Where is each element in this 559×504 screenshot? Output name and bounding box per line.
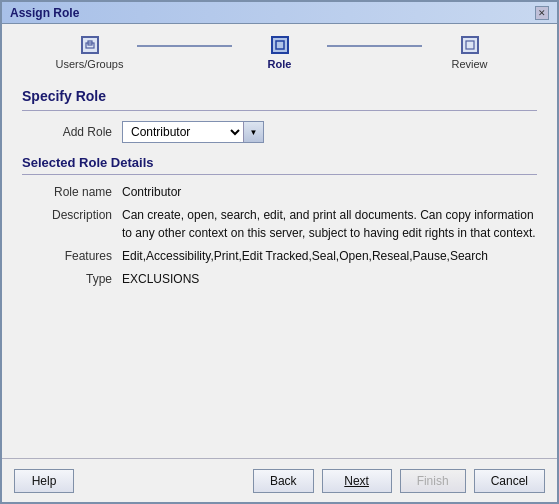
detail-value-role-name: Contributor (122, 183, 537, 201)
back-button[interactable]: Back (253, 469, 314, 493)
finish-button: Finish (400, 469, 466, 493)
role-select-wrapper[interactable]: Contributor Viewer Editor Administrator … (122, 121, 264, 143)
detail-label-description: Description (22, 206, 112, 242)
detail-label-type: Type (22, 270, 112, 288)
step-dot-review (461, 36, 479, 54)
detail-row-type: Type EXCLUSIONS (22, 270, 537, 288)
selected-role-details-section: Selected Role Details Role name Contribu… (22, 155, 537, 288)
close-button[interactable]: ✕ (535, 6, 549, 20)
detail-value-type: EXCLUSIONS (122, 270, 537, 288)
detail-label-features: Features (22, 247, 112, 265)
step-dot-users-groups (81, 36, 99, 54)
footer-right: Back Next Finish Cancel (253, 469, 545, 493)
detail-value-features: Edit,Accessibility,Print,Edit Tracked,Se… (122, 247, 537, 265)
step-role: Role (232, 36, 327, 70)
svg-rect-3 (466, 41, 474, 49)
step-review: Review (422, 36, 517, 70)
window-title: Assign Role (10, 6, 79, 20)
detail-value-description: Can create, open, search, edit, and prin… (122, 206, 537, 242)
add-role-label: Add Role (22, 125, 112, 139)
step-users-groups: Users/Groups (42, 36, 137, 70)
footer: Help Back Next Finish Cancel (2, 458, 557, 502)
wizard-steps: Users/Groups Role Review (2, 24, 557, 74)
assign-role-window: Assign Role ✕ Users/Groups Role (0, 0, 559, 504)
role-select-dropdown-button[interactable]: ▼ (243, 122, 263, 142)
cancel-button[interactable]: Cancel (474, 469, 545, 493)
specify-role-title: Specify Role (22, 88, 537, 111)
step-label-users-groups: Users/Groups (56, 58, 124, 70)
footer-left: Help (14, 469, 74, 493)
selected-role-details-title: Selected Role Details (22, 155, 537, 175)
role-select[interactable]: Contributor Viewer Editor Administrator (123, 122, 243, 142)
step-connector-2 (327, 45, 422, 47)
detail-row-features: Features Edit,Accessibility,Print,Edit T… (22, 247, 537, 265)
detail-label-role-name: Role name (22, 183, 112, 201)
step-label-role: Role (268, 58, 292, 70)
step-label-review: Review (451, 58, 487, 70)
detail-row-role-name: Role name Contributor (22, 183, 537, 201)
main-content: Specify Role Add Role Contributor Viewer… (2, 74, 557, 458)
detail-row-description: Description Can create, open, search, ed… (22, 206, 537, 242)
add-role-row: Add Role Contributor Viewer Editor Admin… (22, 121, 537, 143)
step-connector-1 (137, 45, 232, 47)
title-bar: Assign Role ✕ (2, 2, 557, 24)
help-button[interactable]: Help (14, 469, 74, 493)
svg-rect-2 (276, 41, 284, 49)
step-dot-role (271, 36, 289, 54)
next-button[interactable]: Next (322, 469, 392, 493)
